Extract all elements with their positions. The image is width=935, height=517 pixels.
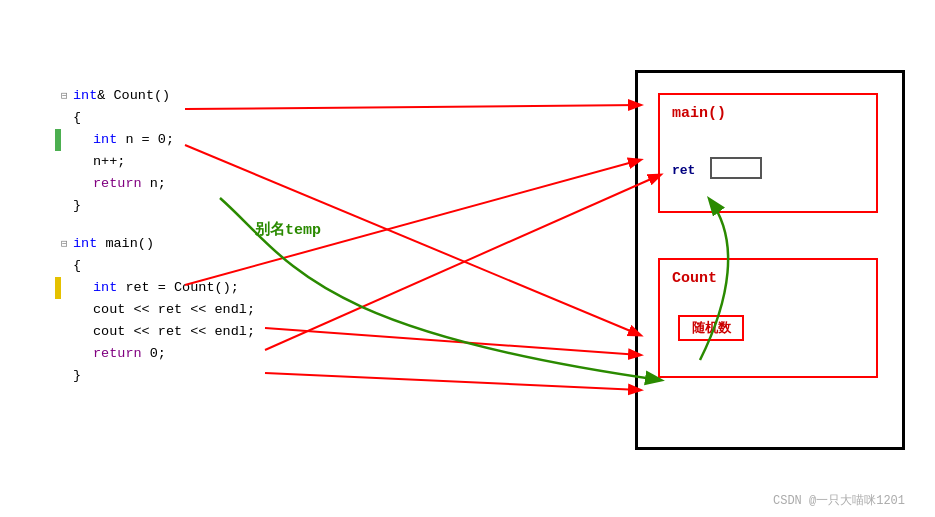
count-title: Count [672, 270, 717, 287]
alias-label: 别名temp [255, 220, 321, 239]
stripe [55, 365, 61, 387]
main-container: ⊟ int& Count() { int n = 0; n++; return … [0, 0, 935, 517]
random-text: 随机数 [692, 319, 731, 337]
stripe [55, 299, 61, 321]
stripe [55, 151, 61, 173]
code-line-brace3: { [55, 255, 545, 277]
stripe [55, 343, 61, 365]
stripe [55, 195, 61, 217]
stack-main: main() ret [658, 93, 878, 213]
random-box: 随机数 [678, 315, 744, 341]
code-line-brace1: { [55, 107, 545, 129]
yellow-stripe [55, 277, 61, 299]
code-line-int-ret: int ret = Count(); [55, 277, 545, 299]
code-line-brace2: } [55, 195, 545, 217]
watermark: CSDN @一只大喵咪1201 [773, 492, 905, 509]
code-line-int-n: int n = 0; [55, 129, 545, 151]
stripe [55, 255, 61, 277]
code-line-brace4: } [55, 365, 545, 387]
stripe [55, 107, 61, 129]
code-line-return-n: return n; [55, 173, 545, 195]
diagram-panel: main() ret Count 随机数 [635, 70, 905, 450]
green-stripe [55, 129, 61, 151]
stack-count: Count 随机数 [658, 258, 878, 378]
code-line-cout2: cout << ret << endl; [55, 321, 545, 343]
code-line-cout1: cout << ret << endl; [55, 299, 545, 321]
ret-label: ret [672, 163, 695, 178]
code-line-count-header: ⊟ int& Count() [55, 85, 545, 107]
code-line-n-inc: n++; [55, 151, 545, 173]
stripe [55, 321, 61, 343]
main-title: main() [672, 105, 726, 122]
stripe [55, 173, 61, 195]
code-line-return0: return 0; [55, 343, 545, 365]
ret-box [710, 157, 762, 179]
